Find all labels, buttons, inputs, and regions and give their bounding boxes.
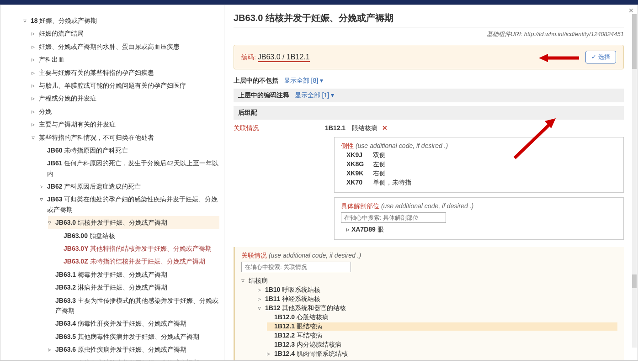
assoc-tree-item[interactable]: 1B12.2 耳结核病 <box>267 332 617 340</box>
tree-pane[interactable]: ▿ 18 妊娠、分娩或产褥期 ▹妊娠的流产结局 ▹妊娠、分娩或产褥期的水肿、蛋白… <box>0 5 224 360</box>
tree-jb632[interactable]: JB63.2 淋病并发于妊娠、分娩或产褥期 <box>48 281 219 294</box>
assoc-tree-item[interactable]: 1B12.1 眼结核病 <box>267 322 617 331</box>
tree-jb637[interactable]: JB63.7 人类免疫缺陷病并发于妊娠、分娩或产褥期 <box>48 356 219 360</box>
tree-jb630[interactable]: ▿JB63.0 结核并发于妊娠、分娩或产褥期 <box>48 216 219 229</box>
tree-jb631[interactable]: JB63.1 梅毒并发于妊娠、分娩或产褥期 <box>48 268 219 281</box>
tree-node[interactable]: ▹与胎儿、羊膜腔或可能的分娩问题有关的孕产妇医疗 <box>32 79 219 92</box>
chevron-right-icon[interactable]: ▹ <box>32 28 37 38</box>
assoc-tree-item[interactable]: ▹ 1B11 神经系统结核 <box>258 295 617 303</box>
laterality-option[interactable]: XK9J 双侧 <box>346 151 617 159</box>
anatomy-box: 具体解剖部位 (use additional code, if desired … <box>334 197 624 240</box>
associated-condition-row: 关联情况 1B12.1 眼结核病 ✕ <box>234 124 624 132</box>
tree-jb62[interactable]: ▹JB62 产科原因后遗症造成的死亡 <box>40 180 219 193</box>
tree-node[interactable]: ▹主要与妊娠有关的某些特指的孕产妇疾患 <box>32 66 219 79</box>
tree-jb636[interactable]: ▹JB63.6 原虫性疾病并发于妊娠、分娩或产褥期 <box>48 343 219 356</box>
code-value: JB63.0 / 1B12.1 <box>258 53 310 62</box>
postcoordination-header: 后组配 <box>234 106 624 120</box>
detail-pane: JB63.0 结核并发于妊娠、分娩或产褥期 基础组件URI: http://id… <box>224 5 638 360</box>
tree-node[interactable]: ▹妊娠的流产结局 <box>32 27 219 40</box>
tree-node[interactable]: ▹分娩 <box>32 105 219 118</box>
page-title: JB63.0 结核并发于妊娠、分娩或产褥期 <box>234 12 624 27</box>
tree-chapter-18[interactable]: ▿ 18 妊娠、分娩或产褥期 <box>23 14 219 27</box>
anatomy-search-input[interactable] <box>341 212 446 223</box>
tree-node[interactable]: ▹妊娠、分娩或产褥期的水肿、蛋白尿或高血压疾患 <box>32 40 219 53</box>
svg-line-2 <box>515 123 551 158</box>
remove-assoc-icon[interactable]: ✕ <box>382 124 388 132</box>
chevron-down-icon[interactable]: ▿ <box>48 217 53 227</box>
assoc-tree-item[interactable]: ▹ 1B10 呼吸系统结核 <box>258 286 617 294</box>
tree-node[interactable]: ▿某些特指的产科情况，不可归类在他处者 <box>32 131 219 144</box>
chevron-right-icon[interactable]: ▹ <box>32 68 37 78</box>
chevron-down-icon[interactable]: ▿ <box>23 16 29 26</box>
assoc-code: 1B12.1 <box>325 124 346 132</box>
assoc-search-input[interactable] <box>241 262 351 272</box>
assoc-tree-item[interactable]: 1B12.0 心脏结核病 <box>267 313 617 322</box>
assoc-name: 眼结核病 <box>352 124 377 132</box>
chevron-right-icon[interactable]: ▹ <box>32 80 37 90</box>
tree-jb63[interactable]: ▿JB63 可归类在他处的孕产妇的感染性疾病并发于妊娠、分娩或产褥期 <box>40 193 219 216</box>
chevron-right-icon[interactable]: ▹ <box>32 54 37 64</box>
chevron-right-icon[interactable]: ▹ <box>40 181 45 191</box>
laterality-option[interactable]: XK9K 右侧 <box>346 169 617 178</box>
show-all-notes-link[interactable]: 显示全部 [1] ▾ <box>295 91 334 99</box>
assoc-label: 关联情况 <box>234 124 325 132</box>
annotation-arrow-icon <box>510 115 560 160</box>
assoc-tree-item[interactable]: ▿ 1B12 其他系统和器官的结核 <box>258 304 617 312</box>
tree-node[interactable]: ▹产程或分娩的并发症 <box>32 92 219 105</box>
associated-condition-search-block: 关联情况 (use additional code, if desired .)… <box>234 247 624 360</box>
tree-jb61[interactable]: JB61 任何产科原因的死亡，发生于分娩后42天以上至一年以内 <box>40 157 219 180</box>
laterality-box: 侧性 (use additional code, if desired .) X… <box>334 137 624 193</box>
entity-uri: 基础组件URI: http://id.who.int/icd/entity/12… <box>234 30 624 38</box>
chevron-right-icon[interactable]: ▹ <box>32 93 37 103</box>
tree-node[interactable]: ▹产科出血 <box>32 53 219 66</box>
code-label: 编码: <box>241 53 256 61</box>
show-all-exclusions-link[interactable]: 显示全部 [8] ▾ <box>284 77 323 84</box>
annotation-arrow-icon <box>539 51 580 65</box>
anatomy-option[interactable]: ▹ XA7D89 眼 <box>346 226 617 234</box>
laterality-option[interactable]: XK8G 左侧 <box>346 160 617 169</box>
chevron-right-icon[interactable]: ▹ <box>32 42 37 52</box>
chevron-down-icon[interactable]: ▿ <box>40 194 45 204</box>
tree-jb6300[interactable]: JB63.00 胎盘结核 <box>56 229 219 242</box>
coding-notes-bar: 上层中的编码注释 显示全部 [1] ▾ <box>234 89 624 102</box>
assoc-tree-item[interactable]: ▹ 1B12.4 肌肉骨骼系统结核 <box>267 350 617 358</box>
scrollbar-thumb[interactable] <box>632 14 637 69</box>
tree-jb634[interactable]: JB63.4 病毒性肝炎并发于妊娠、分娩或产褥期 <box>48 317 219 330</box>
assoc-tree-item[interactable]: 1B12.3 内分泌腺结核病 <box>267 341 617 349</box>
tree-jb630z[interactable]: JB63.0Z 未特指的结核并发于妊娠、分娩或产褥期 <box>56 255 219 268</box>
svg-marker-1 <box>539 54 548 62</box>
select-button[interactable]: 选择 <box>585 51 616 63</box>
scrollbar-thumb[interactable] <box>632 274 637 288</box>
exclusions-row: 上层中的不包括 显示全部 [8] ▾ <box>234 77 624 85</box>
chevron-right-icon[interactable]: ▹ <box>32 106 37 116</box>
chevron-down-icon[interactable]: ▿ <box>32 132 37 142</box>
tree-jb60[interactable]: JB60 未特指原因的产科死亡 <box>40 144 219 157</box>
chevron-right-icon[interactable]: ▹ <box>32 119 37 129</box>
assoc-tree-root[interactable]: ▿ 结核病 <box>241 277 617 285</box>
chevron-right-icon[interactable]: ▹ <box>48 344 53 354</box>
tree-node[interactable]: ▹主要与产褥期有关的并发症 <box>32 118 219 131</box>
tree-jb633[interactable]: JB63.3 主要为性传播模式的其他感染并发于妊娠、分娩或产褥期 <box>48 294 219 317</box>
tree-jb635[interactable]: JB63.5 其他病毒性疾病并发于妊娠、分娩或产褥期 <box>48 330 219 343</box>
tree-jb630y[interactable]: JB63.0Y 其他特指的结核并发于妊娠、分娩或产褥期 <box>56 242 219 255</box>
main-container: ✕ ▿ 18 妊娠、分娩或产褥期 ▹妊娠的流产结局 ▹妊娠、分娩或产褥期的水肿、… <box>0 5 638 361</box>
laterality-option[interactable]: XK70 单侧，未特指 <box>346 179 617 187</box>
